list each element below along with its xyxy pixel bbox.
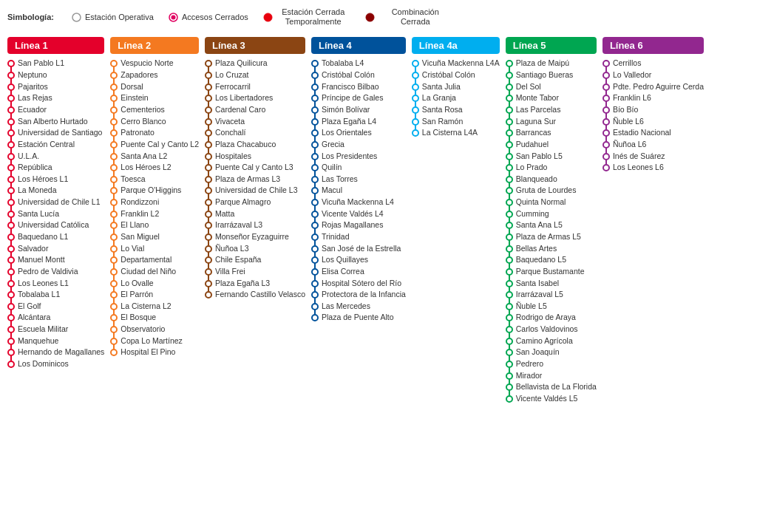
station-dot	[506, 199, 513, 206]
station-dot	[311, 314, 319, 321]
station-name: Los Orientales	[322, 128, 372, 138]
station-name: Cementerios	[120, 105, 165, 115]
station-dot	[311, 199, 319, 206]
station-dot	[110, 176, 118, 183]
station-item: Los Dominicos	[18, 359, 104, 369]
station-name: Plaza Quilicura	[215, 58, 268, 69]
station-item: La Granja	[422, 93, 500, 103]
svg-point-4	[366, 13, 374, 21]
station-dot	[506, 72, 513, 79]
station-item: Cardenal Caro	[215, 105, 305, 115]
station-name: Estadio Nacional	[613, 128, 671, 138]
station-name: Carlos Valdovinos	[516, 324, 578, 335]
station-item: Santiago Bueras	[516, 70, 597, 81]
station-name: U.L.A.	[18, 151, 39, 162]
station-name: Simón Bolívar	[322, 105, 370, 115]
station-item: La Cisterna L2	[120, 301, 199, 312]
station-item: Los Héroes L1	[18, 174, 104, 185]
station-dot	[7, 338, 15, 345]
station-dot	[110, 118, 118, 126]
station-name: Pudahuel	[516, 140, 549, 150]
station-dot	[205, 176, 212, 183]
station-dot	[7, 222, 15, 229]
station-dot	[506, 383, 513, 391]
station-name: Baquedano L1	[18, 232, 68, 242]
station-item: Pajaritos	[18, 82, 104, 92]
station-name: Parque Bustamante	[516, 267, 585, 277]
station-dot	[205, 245, 212, 253]
station-dot	[110, 338, 118, 345]
station-dot	[7, 361, 15, 368]
station-item: Vicuña Mackenna L4A	[422, 58, 500, 69]
station-item: Los Leones L6	[613, 163, 704, 173]
station-dot	[7, 268, 15, 276]
station-name: Rodrigo de Araya	[516, 313, 576, 323]
station-name: Matta	[215, 209, 234, 219]
station-item: Monte Tabor	[516, 93, 597, 103]
station-dot	[205, 129, 212, 137]
station-name: Baquedano L5	[516, 255, 566, 265]
station-item: Del Sol	[516, 82, 597, 92]
station-dot	[7, 72, 15, 79]
station-item: Irarrázaval L5	[516, 290, 597, 300]
station-dot	[602, 106, 610, 114]
station-item: Ñuñoa L6	[613, 140, 704, 150]
station-item: Pedrero	[516, 359, 597, 369]
station-item: Universidad de Chile L1	[18, 197, 104, 208]
station-dot	[506, 118, 513, 126]
station-item: Estación Central	[18, 140, 104, 150]
station-item: Hospitales	[215, 151, 305, 162]
station-dot	[311, 129, 319, 137]
station-item: Rojas Magallanes	[322, 220, 406, 231]
station-name: Vicuña Mackenna L4A	[422, 58, 500, 69]
station-item: Santa Julia	[422, 82, 500, 92]
station-dot	[110, 291, 118, 299]
station-name: Hernando de Magallanes	[18, 347, 104, 358]
station-item: El Llano	[120, 220, 199, 231]
station-item: El Golf	[18, 301, 104, 312]
station-dot	[7, 106, 15, 114]
station-name: Príncipe de Gales	[322, 93, 383, 103]
station-name: Pajaritos	[18, 82, 48, 92]
station-item: Simón Bolívar	[322, 105, 406, 115]
station-item: Franklin L2	[120, 209, 199, 219]
station-dot	[7, 141, 15, 149]
station-item: Manuel Montt	[18, 255, 104, 265]
station-item: Santa Rosa	[422, 105, 500, 115]
station-dot	[7, 60, 15, 67]
station-dot	[412, 72, 419, 79]
station-name: Las Torres	[322, 174, 358, 185]
station-dot	[506, 338, 513, 345]
station-name: Plaza de Puente Alto	[322, 313, 394, 323]
station-item: Franklin L6	[613, 93, 704, 103]
station-dot	[7, 233, 15, 241]
station-dot	[7, 164, 15, 171]
station-item: Protectora de la Infancia	[322, 290, 406, 300]
station-name: Quilín	[322, 163, 342, 173]
station-item: Observatorio	[120, 324, 199, 335]
station-dot	[311, 72, 319, 79]
station-dot	[311, 106, 319, 114]
station-item: Lo Cruzat	[215, 70, 305, 81]
line-column-linea1: Línea 1San Pablo L1NeptunoPajaritosLas R…	[7, 37, 104, 370]
station-name: La Moneda	[18, 185, 57, 196]
station-dot	[506, 314, 513, 321]
station-item: San Miguel	[120, 232, 199, 242]
station-item: Rondizzoni	[120, 197, 199, 208]
station-dot	[506, 83, 513, 91]
station-item: Quinta Normal	[516, 197, 597, 208]
station-name: Del Sol	[516, 82, 541, 92]
station-name: Hospital El Pino	[120, 347, 175, 358]
station-name: Puente Cal y Canto L3	[215, 163, 293, 173]
station-name: Cumming	[516, 209, 549, 219]
svg-point-2	[171, 15, 175, 19]
station-item: Plaza de Armas L5	[516, 232, 597, 242]
station-item: Puente Cal y Canto L3	[215, 163, 305, 173]
station-dot	[110, 83, 118, 91]
station-item: San Pablo L1	[18, 58, 104, 69]
station-name: Manquehue	[18, 336, 58, 347]
station-name: Santa Ana L2	[120, 151, 167, 162]
station-dot	[506, 106, 513, 114]
station-name: Blanqueado	[516, 174, 557, 185]
station-dot	[311, 222, 319, 229]
